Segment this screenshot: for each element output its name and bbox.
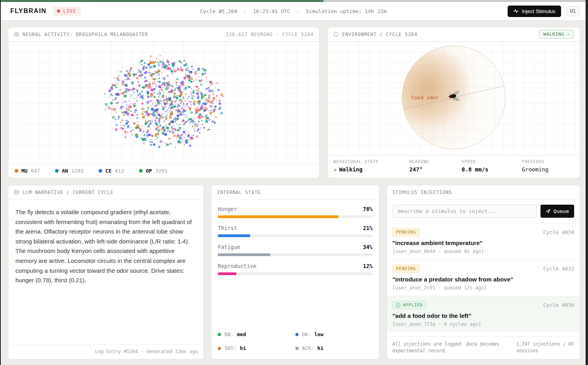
legend-item-mu: MU847: [15, 168, 40, 174]
neuron-dot: [120, 93, 122, 95]
neuron-dot: [171, 131, 175, 134]
live-label: LIVE: [63, 8, 76, 14]
neuron-dot: [136, 124, 139, 127]
neuron-dot: [156, 118, 158, 119]
neuron-dot: [168, 107, 169, 109]
neuron-dot: [215, 116, 217, 118]
user-avatar-badge[interactable]: U1: [567, 6, 579, 16]
neuron-dot: [215, 106, 217, 108]
neuron-dot: [129, 89, 130, 91]
neuron-dot: [167, 123, 169, 125]
neuron-dot: [105, 109, 106, 110]
neuron-dot: [179, 88, 181, 90]
neuron-dot: [118, 118, 119, 120]
neuron-dot: [120, 90, 121, 91]
behavior-state-badge[interactable]: WALKING ›: [539, 30, 574, 39]
drive-bar-track: [218, 272, 373, 275]
neuron-dot: [192, 125, 194, 127]
neuron-dot: [171, 74, 171, 75]
neuron-dot: [190, 101, 192, 103]
neuron-dot: [165, 116, 167, 118]
neuron-dot: [106, 106, 107, 108]
neuron-dot: [219, 103, 221, 105]
neuron-dot: [164, 116, 165, 117]
neuron-dot: [186, 114, 188, 116]
injections-title: STIMULUS INJECTIONS: [392, 190, 452, 195]
injection-meta: [user_anon_7f3a · 4 cycles ago]: [392, 321, 574, 327]
neuron-dot: [149, 68, 150, 69]
neuron-dot: [205, 114, 207, 117]
neuron-dot: [200, 124, 201, 125]
neuron-dot: [161, 103, 162, 104]
drive-bar-fill: [218, 234, 250, 237]
stimulus-input[interactable]: [392, 205, 537, 218]
injection-meta: [user_anon_8b44 · queued 4s ago]: [392, 249, 574, 254]
neuron-dot: [150, 93, 153, 96]
neuron-dot: [203, 127, 205, 129]
neuron-dot: [196, 135, 198, 138]
neuron-dot: [158, 70, 160, 72]
drive-bar-track: [218, 234, 373, 237]
neuron-dot: [152, 90, 154, 92]
neuron-dot: [204, 100, 205, 101]
injection-cycle: Cycle 4830: [543, 302, 574, 308]
neuron-dot: [206, 99, 209, 102]
environment-panel-title: ENVIRONMENT / CYCLE 5264: [342, 32, 417, 37]
neuron-dot: [196, 64, 197, 65]
neuron-dot: [177, 106, 179, 108]
legend-item-an: AN1203: [55, 168, 84, 174]
narrative-panel-title: LLM NARRATIVE / CURRENT CYCLE: [23, 190, 114, 195]
neuron-dot: [143, 86, 145, 89]
simulation-status: Cycle #5,264 · 16:23:41 UTC · Simulation…: [200, 8, 386, 14]
neuron-dot: [118, 71, 119, 72]
neuron-dot: [126, 122, 128, 125]
neuron-dot: [213, 94, 214, 95]
inject-stimulus-button[interactable]: Inject Stimulus: [508, 6, 561, 17]
neuron-dot: [188, 137, 188, 138]
injection-text: "increase ambient temperature": [392, 240, 574, 246]
send-icon: [546, 209, 551, 214]
neuron-dot: [190, 111, 193, 114]
neuron-dot: [198, 121, 200, 122]
neuron-dot: [175, 105, 176, 106]
neuron-dot: [183, 89, 185, 90]
queue-button[interactable]: Queue: [540, 205, 574, 218]
neuron-dot: [130, 111, 131, 112]
neuron-dot: [175, 146, 176, 148]
neuron-dot: [159, 125, 161, 127]
uptime-label: Simulation uptime: 14h 22m: [306, 8, 387, 14]
neuron-dot: [196, 79, 197, 80]
neuron-dot: [210, 114, 211, 116]
neuron-dot: [197, 89, 199, 92]
neuron-dot: [208, 97, 210, 98]
neuron-dot: [177, 129, 179, 131]
neuron-dot: [122, 83, 124, 86]
neuron-dot: [204, 102, 207, 105]
neuron-dot: [139, 93, 141, 95]
neuron-dot: [137, 121, 138, 122]
neuron-dot: [124, 101, 125, 103]
neuron-dot: [114, 106, 114, 107]
neuron-dot: [167, 62, 169, 63]
neuron-dot: [195, 137, 196, 138]
neuron-dot: [158, 118, 160, 120]
neuron-dot: [135, 103, 137, 104]
neuron-dot: [169, 116, 172, 119]
neuron-dot: [108, 106, 110, 108]
neuron-dot: [126, 106, 127, 108]
stat-behavioral-state: BEHAVIORAL STATE ↗Walking: [333, 159, 409, 178]
neuron-dot: [193, 123, 194, 124]
internal-state-panel: INTERNAL STATE Hunger78% Thirst21% Fatig…: [211, 185, 379, 359]
legend-count: 412: [115, 168, 124, 174]
neuron-dot: [211, 89, 214, 93]
neuron-dot: [175, 118, 177, 120]
legend-dot-icon: [55, 169, 59, 173]
neuron-dot: [126, 108, 127, 110]
neuron-dot: [187, 67, 189, 69]
neuron-dot: [137, 117, 138, 119]
neuron-dot: [150, 120, 151, 122]
neuron-dot: [200, 79, 203, 82]
legend-dot-icon: [15, 169, 18, 173]
neuron-dot: [186, 131, 187, 131]
neuron-dot: [159, 59, 160, 60]
